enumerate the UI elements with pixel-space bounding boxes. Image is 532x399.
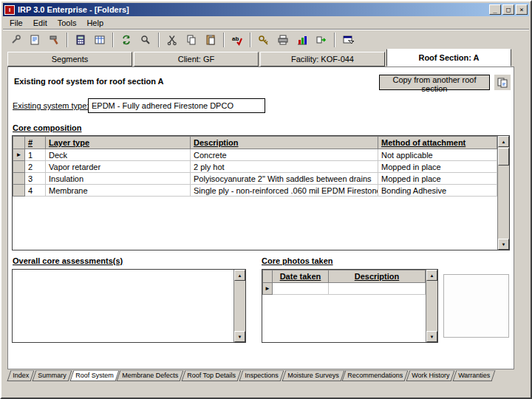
cell-description[interactable]: 2 ply hot xyxy=(191,161,378,173)
core-photos-grid[interactable]: Date taken Description ► xyxy=(262,270,426,342)
cell-layer[interactable]: Vapor retarder xyxy=(46,161,191,173)
tab-inspections[interactable]: Inspections xyxy=(239,370,284,381)
cell-layer[interactable]: Deck xyxy=(46,149,191,161)
col-header-description[interactable]: Description xyxy=(329,270,426,283)
tab-roof-section[interactable]: Roof Section: A xyxy=(386,49,511,66)
printer-icon[interactable] xyxy=(273,31,293,49)
tab-work-history[interactable]: Work History xyxy=(406,370,455,381)
cell-num[interactable]: 4 xyxy=(25,185,46,197)
paste-icon[interactable] xyxy=(201,31,220,49)
cell-method[interactable]: Mopped in place xyxy=(378,161,497,173)
tab-moisture-surveys[interactable]: Moisture Surveys xyxy=(282,370,344,381)
core-photos-label: Core photos taken xyxy=(262,256,333,265)
scrollbar-track[interactable] xyxy=(498,147,509,239)
tab-summary[interactable]: Summary xyxy=(33,370,72,381)
scrollbar-track[interactable] xyxy=(234,281,245,331)
table-icon[interactable] xyxy=(90,31,109,49)
col-header-description[interactable]: Description xyxy=(191,137,378,149)
copy-from-another-roof-section-button[interactable]: Copy from another roof section xyxy=(379,75,490,90)
col-header-num[interactable]: # xyxy=(25,137,46,149)
menu-tools[interactable]: Tools xyxy=(52,17,82,29)
table-row[interactable]: ► xyxy=(263,283,426,295)
table-row[interactable]: 4 Membrane Single ply - non-reinforced .… xyxy=(13,185,497,197)
wrench-icon[interactable] xyxy=(6,31,25,49)
menu-edit[interactable]: Edit xyxy=(28,17,52,29)
table-row[interactable]: 3 Insulation Polyisocyanurate 2" With sa… xyxy=(13,173,497,185)
scrollbar-thumb[interactable] xyxy=(498,148,509,166)
scroll-down-icon[interactable]: ▼ xyxy=(498,239,509,250)
col-header-date-taken[interactable]: Date taken xyxy=(273,270,329,283)
scroll-down-icon[interactable]: ▼ xyxy=(234,331,245,342)
cell-description[interactable]: Concrete xyxy=(191,149,378,161)
cell-description[interactable] xyxy=(329,283,426,295)
calculator-icon[interactable] xyxy=(71,31,90,49)
key-icon[interactable] xyxy=(254,31,273,49)
tab-facility[interactable]: Facility: KOF-044 xyxy=(260,52,385,66)
copy-icon[interactable] xyxy=(182,31,201,49)
overall-assessments-box: ▲ ▼ xyxy=(12,269,246,343)
toolbar-separator xyxy=(112,33,114,47)
overall-assessments-textarea[interactable] xyxy=(13,270,233,342)
cell-method[interactable]: Not applicable xyxy=(378,149,497,161)
scroll-up-icon[interactable]: ▲ xyxy=(426,270,437,281)
menu-help[interactable]: Help xyxy=(81,17,109,29)
row-selector-header xyxy=(263,270,273,283)
close-button[interactable]: × xyxy=(516,4,528,15)
cell-method[interactable]: Bonding Adhesive xyxy=(378,185,497,197)
cut-icon[interactable] xyxy=(163,31,182,49)
tab-roof-top-details[interactable]: Roof Top Details xyxy=(182,370,242,381)
tab-membrane-defects[interactable]: Membrane Defects xyxy=(117,370,184,381)
core-composition-grid[interactable]: # Layer type Description Method of attac… xyxy=(13,136,497,250)
existing-system-type-input[interactable] xyxy=(88,98,265,113)
existing-system-type-label: Existing system type: xyxy=(13,101,89,110)
table-row[interactable]: 2 Vapor retarder 2 ply hot Mopped in pla… xyxy=(13,161,497,173)
search-icon[interactable] xyxy=(136,31,155,49)
row-selector[interactable] xyxy=(13,185,25,197)
cell-num[interactable]: 1 xyxy=(25,149,46,161)
table-row[interactable]: ► 1 Deck Concrete Not applicable xyxy=(13,149,497,161)
chart-icon[interactable] xyxy=(293,31,312,49)
hammer-icon[interactable] xyxy=(44,31,64,49)
tab-segments[interactable]: Segments xyxy=(7,52,132,66)
scroll-down-icon[interactable]: ▼ xyxy=(426,331,437,342)
app-icon: I xyxy=(4,5,15,15)
row-selector[interactable] xyxy=(13,161,25,173)
row-selector-header xyxy=(13,137,25,149)
refresh-icon[interactable] xyxy=(117,31,136,49)
export-icon[interactable] xyxy=(312,31,331,49)
minimize-button[interactable]: _ xyxy=(489,4,501,15)
cell-method[interactable]: Mopped in place xyxy=(378,173,497,185)
col-header-method[interactable]: Method of attachment xyxy=(378,137,497,149)
cell-date-taken[interactable] xyxy=(273,283,329,295)
copy-report-icon-button[interactable] xyxy=(494,75,511,90)
tab-roof-system[interactable]: Roof System xyxy=(69,370,118,381)
row-selector[interactable] xyxy=(13,173,25,185)
cell-num[interactable]: 3 xyxy=(25,173,46,185)
core-composition-scrollbar[interactable]: ▲ ▼ xyxy=(497,136,509,250)
row-selector-icon[interactable]: ► xyxy=(263,283,273,295)
menu-file[interactable]: File xyxy=(4,17,28,29)
core-photos-scrollbar[interactable]: ▲ ▼ xyxy=(426,270,437,342)
tab-recommendations[interactable]: Recommendations xyxy=(342,370,409,381)
properties-icon[interactable] xyxy=(338,31,358,49)
tab-index[interactable]: Index xyxy=(7,370,35,381)
titlebar[interactable]: I IRP 3.0 Enterprise - [Folders] _ □ × xyxy=(3,3,529,16)
cell-layer[interactable]: Insulation xyxy=(46,173,191,185)
report-icon[interactable] xyxy=(25,31,44,49)
cell-description[interactable]: Single ply - non-reinforced .060 mil EPD… xyxy=(191,185,378,197)
maximize-button[interactable]: □ xyxy=(502,4,514,15)
spellcheck-icon[interactable]: ab xyxy=(228,31,247,49)
core-composition-table: # Layer type Description Method of attac… xyxy=(12,135,510,250)
assessments-scrollbar[interactable]: ▲ ▼ xyxy=(233,270,245,342)
row-selector-icon[interactable]: ► xyxy=(13,149,25,161)
col-header-layer-type[interactable]: Layer type xyxy=(46,137,191,149)
tab-warranties[interactable]: Warranties xyxy=(453,370,496,381)
scroll-up-icon[interactable]: ▲ xyxy=(234,270,245,281)
toolbar-separator xyxy=(158,33,160,47)
scrollbar-track[interactable] xyxy=(426,281,437,331)
cell-layer[interactable]: Membrane xyxy=(46,185,191,197)
cell-num[interactable]: 2 xyxy=(25,161,46,173)
tab-client[interactable]: Client: GF xyxy=(134,52,259,66)
cell-description[interactable]: Polyisocyanurate 2" With saddles between… xyxy=(191,173,378,185)
scroll-up-icon[interactable]: ▲ xyxy=(498,136,509,147)
